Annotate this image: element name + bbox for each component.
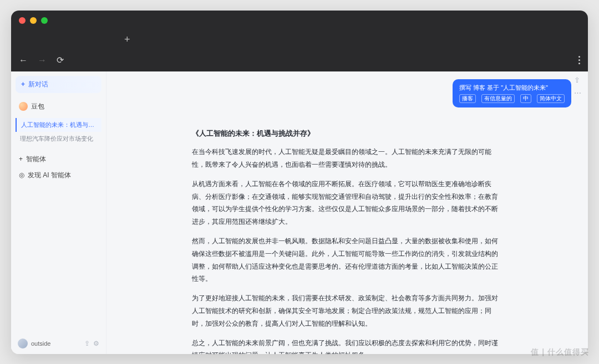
reload-icon[interactable]: ⟳ <box>57 55 64 65</box>
article-paragraph: 然而，人工智能的发展也并非一帆风顺。数据隐私和安全问题日益凸显，大量的数据被收集… <box>192 235 502 285</box>
prompt-chip: 有信息量的 <box>481 94 515 103</box>
user-avatar-icon <box>18 339 28 348</box>
article-paragraph: 在当今科技飞速发展的时代，人工智能无疑是最受瞩目的领域之一。人工智能的未来充满了… <box>192 146 502 171</box>
chat-item[interactable]: 理想汽车降价应对市场变化 <box>16 132 101 146</box>
chat-item[interactable]: 人工智能的未来：机遇与挑... <box>16 118 101 132</box>
watermark: 值 | 什么值得买 <box>531 347 589 357</box>
assistant-avatar-icon <box>19 102 28 111</box>
maximize-icon[interactable] <box>41 17 48 24</box>
new-chat-label: 新对话 <box>28 80 48 89</box>
browser-tab[interactable] <box>18 32 118 48</box>
plus-icon: + <box>21 80 25 88</box>
compass-icon: ◎ <box>19 171 24 179</box>
assistant-label: 豆包 <box>31 102 44 111</box>
main: ⇧ ⋯ 撰写 博客 基于 "人工智能的未来" 播客 有信息量的 中 简体中文 《… <box>106 71 588 354</box>
article-paragraph: 为了更好地迎接人工智能的未来，我们需要在技术研发、政策制定、社会教育等多方面共同… <box>192 292 502 330</box>
notify-icon[interactable]: ⇪ <box>84 340 90 347</box>
traffic-lights <box>19 17 48 24</box>
content: 撰写 博客 基于 "人工智能的未来" 播客 有信息量的 中 简体中文 《人工智能… <box>106 71 588 354</box>
article: 《人工智能的未来：机遇与挑战并存》 在当今科技飞速发展的时代，人工智能无疑是最受… <box>192 107 502 354</box>
navbar: ← → ⟳ <box>11 49 588 71</box>
article-paragraph: 从机遇方面来看，人工智能在各个领域的应用不断拓展。在医疗领域，它可以帮助医生更准… <box>192 178 502 228</box>
back-icon[interactable]: ← <box>19 55 28 65</box>
article-title: 《人工智能的未来：机遇与挑战并存》 <box>192 127 502 141</box>
user-name[interactable]: outside <box>31 340 81 347</box>
sidebar: + 新对话 豆包 人工智能的未来：机遇与挑... 理想汽车降价应对市场变化 + … <box>11 71 106 354</box>
more-icon[interactable]: ⋯ <box>574 89 581 97</box>
app: + 新对话 豆包 人工智能的未来：机遇与挑... 理想汽车降价应对市场变化 + … <box>11 71 588 354</box>
article-paragraph: 总之，人工智能的未来前景广阔，但也充满了挑战。我们应以积极的态度去探索和利用它的… <box>192 337 502 354</box>
sidebar-item-discover[interactable]: ◎ 发现 AI 智能体 <box>16 167 101 183</box>
sidebar-item-assistant[interactable]: 豆包 <box>16 99 101 115</box>
top-right-actions: ⇧ ⋯ <box>574 76 581 97</box>
forward-icon[interactable]: → <box>38 55 47 65</box>
plus-icon: + <box>19 155 23 163</box>
share-icon[interactable]: ⇧ <box>574 76 581 84</box>
close-icon[interactable] <box>19 17 26 24</box>
sidebar-item-label: 发现 AI 智能体 <box>28 171 71 180</box>
settings-icon[interactable]: ⚙ <box>93 340 99 347</box>
minimize-icon[interactable] <box>30 17 37 24</box>
sidebar-item-agents[interactable]: + 智能体 <box>16 151 101 167</box>
sidebar-item-label: 智能体 <box>26 155 46 164</box>
menu-icon[interactable] <box>578 56 580 64</box>
prompt-chip: 中 <box>520 94 531 103</box>
prompt-text: 撰写 博客 基于 "人工智能的未来" <box>459 84 565 92</box>
sidebar-footer: outside ⇪ ⚙ <box>16 334 101 354</box>
browser-window: + ← → ⟳ + 新对话 豆包 人工智能的未来：机遇与挑... 理想汽车降价应… <box>11 11 588 354</box>
new-tab-button[interactable]: + <box>124 34 130 45</box>
new-chat-button[interactable]: + 新对话 <box>16 76 101 93</box>
prompt-chip: 播客 <box>459 94 476 103</box>
prompt-chip: 简体中文 <box>537 94 565 103</box>
chat-list: 人工智能的未来：机遇与挑... 理想汽车降价应对市场变化 <box>16 118 101 146</box>
tabbar: + <box>11 30 588 49</box>
user-prompt: 撰写 博客 基于 "人工智能的未来" 播客 有信息量的 中 简体中文 <box>453 79 571 107</box>
titlebar <box>11 11 588 30</box>
